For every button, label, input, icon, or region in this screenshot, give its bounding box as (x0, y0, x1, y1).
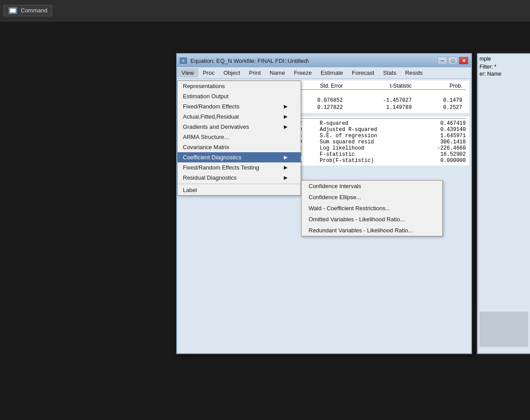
row-tstat-ne: -1.457027 (346, 97, 415, 104)
stat-label: Adjusted R-squared (320, 127, 408, 133)
menu-separator (178, 184, 301, 184)
stat-label: R-squared (320, 120, 408, 127)
right-panel: mple Filter: * er: Name (477, 53, 530, 354)
menu-view[interactable]: View (177, 68, 198, 77)
coefficient-diagnostics-submenu: Confidence Intervals Confidence Ellipse.… (301, 180, 443, 236)
row-tstat-lf (346, 90, 415, 97)
col-prob: Prob. (415, 82, 466, 90)
stat-label: F-statistic (320, 151, 408, 158)
stat-label: Log likelihood (320, 145, 408, 151)
menu-actual-fitted-residual[interactable]: Actual,Fitted,Residual ▶ (178, 112, 301, 122)
menu-stats[interactable]: Stats (379, 68, 401, 77)
stat-val: 0.000000 (408, 158, 466, 164)
row-tstat-oda: 1.149789 (346, 104, 415, 111)
window-icon: ≡ (180, 58, 187, 64)
submenu-confidence-intervals[interactable]: Confidence Intervals (302, 181, 442, 192)
menu-object[interactable]: Object (219, 68, 245, 77)
stat-val: 0.467419 (408, 120, 466, 127)
col-tstat: t-Statistic (346, 82, 415, 90)
minimize-button[interactable]: ─ (437, 57, 447, 65)
right-panel-content: mple Filter: * er: Name (478, 54, 530, 79)
menu-resids[interactable]: Resids (401, 68, 427, 77)
menu-gradients-derivatives[interactable]: Gradients and Derivatives ▶ (178, 122, 301, 132)
equation-window: ≡ Equation: EQ_N Workfile: FINAL FDI::Un… (176, 53, 472, 354)
submenu-confidence-ellipse[interactable]: Confidence Ellipse... (302, 192, 442, 203)
er-label: er: Name (480, 71, 528, 77)
menu-name[interactable]: Name (265, 68, 290, 77)
stat-val: 1.645971 (408, 133, 466, 139)
submenu-arrow: ▶ (284, 154, 287, 160)
menu-estimate[interactable]: Estimate (316, 68, 348, 77)
taskbar: Command (0, 0, 530, 21)
stat-val: 0.439140 (408, 127, 466, 133)
window-buttons: ─ □ ✕ (437, 57, 468, 65)
menu-residual-diagnostics[interactable]: Residual Diagnostics ▶ (178, 173, 301, 183)
stat-val: 306.1418 (408, 139, 466, 145)
menu-freeze[interactable]: Freeze (290, 68, 316, 77)
filter-label: Filter: * (480, 64, 528, 70)
stat-label: S.E. of regression (320, 133, 408, 139)
stat-val: 16.52902 (408, 151, 466, 158)
menu-fixed-random-effects[interactable]: Fixed/Random Effects ▶ (178, 101, 301, 112)
submenu-arrow: ▶ (284, 175, 287, 181)
menu-proc[interactable]: Proc (198, 68, 219, 77)
command-icon (8, 7, 17, 14)
menu-bar: View Proc Object Print Name Freeze Estim… (177, 67, 471, 79)
maximize-button[interactable]: □ (448, 57, 458, 65)
taskbar-label: Command (21, 7, 47, 14)
menu-fixed-random-effects-testing[interactable]: Fixed/Random Effects Testing ▶ (178, 162, 301, 173)
menu-label[interactable]: Label (178, 185, 301, 195)
submenu-omitted-variables[interactable]: Omitted Variables - Likelihood Ratio... (302, 214, 442, 225)
stat-label: Sum squared resid (320, 139, 408, 145)
submenu-redundant-variables[interactable]: Redundant Variables - Likelihood Ratio..… (302, 225, 442, 236)
menu-arma-structure[interactable]: ARMA Structure... (178, 132, 301, 142)
view-dropdown: Representations Estimation Output Fixed/… (177, 81, 301, 196)
menu-forecast[interactable]: Forecast (348, 68, 379, 77)
submenu-arrow: ▶ (284, 114, 287, 119)
sample-label: mple (480, 56, 528, 62)
stat-label: Prob(F-statistic) (320, 158, 408, 164)
window-titlebar: ≡ Equation: EQ_N Workfile: FINAL FDI::Un… (177, 54, 471, 67)
close-button[interactable]: ✕ (459, 57, 468, 65)
submenu-arrow: ▶ (284, 124, 287, 130)
taskbar-command-item[interactable]: Command (4, 5, 52, 16)
menu-print[interactable]: Print (244, 68, 265, 77)
submenu-arrow: ▶ (284, 165, 287, 170)
menu-estimation-output[interactable]: Estimation Output (178, 91, 301, 101)
submenu-wald-coefficient[interactable]: Wald - Coefficient Restrictions... (302, 203, 442, 214)
submenu-arrow: ▶ (284, 104, 287, 109)
window-title: Equation: EQ_N Workfile: FINAL FDI::Unti… (190, 58, 434, 64)
row-prob-oda: 0.2527 (415, 104, 466, 111)
stat-val: -226.4660 (408, 145, 466, 151)
menu-coefficient-diagnostics[interactable]: Coefficient Diagnostics ▶ (178, 152, 301, 162)
row-prob-lf (415, 90, 466, 97)
view-dropdown-menu: Representations Estimation Output Fixed/… (177, 81, 301, 196)
row-prob-ne: 0.1479 (415, 97, 466, 104)
menu-covariance-matrix[interactable]: Covariance Matrix (178, 142, 301, 152)
menu-representations[interactable]: Representations (178, 81, 301, 91)
